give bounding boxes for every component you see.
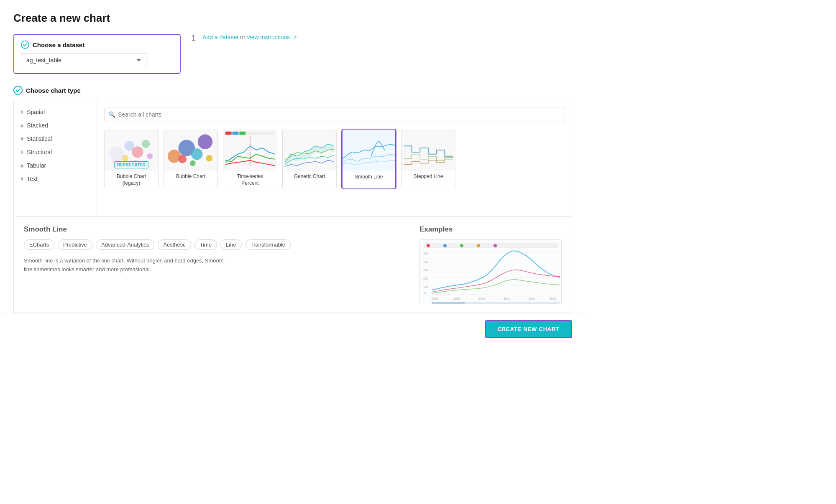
- chart-card-label-bubble-legacy: Bubble Chart(legacy): [105, 171, 158, 189]
- tag-transformable[interactable]: Transformable: [245, 239, 291, 250]
- sidebar-item-spatial[interactable]: # Spatial: [14, 105, 97, 119]
- sidebar-label-spatial: Spatial: [27, 109, 45, 115]
- svg-point-18: [190, 160, 196, 166]
- sidebar-label-statistical: Statistical: [27, 135, 52, 142]
- chart-thumbnail-bubble-legacy: DEPRECATED DEPRECATED: [105, 129, 158, 171]
- example-chart: 500 400 300 200 100 0: [419, 239, 562, 304]
- page-footer: CREATE NEW CHART: [0, 313, 585, 345]
- sidebar-label-stacked: Stacked: [27, 122, 48, 129]
- hash-icon: #: [20, 136, 23, 142]
- svg-point-8: [147, 153, 153, 159]
- svg-point-17: [206, 155, 212, 162]
- view-instructions-text: view instructions: [247, 34, 290, 41]
- dataset-select[interactable]: ag_test_table: [21, 53, 146, 67]
- dataset-row: ag_test_table: [21, 53, 173, 67]
- svg-text:400: 400: [423, 260, 428, 263]
- svg-text:200: 200: [423, 277, 428, 280]
- or-text: or: [240, 34, 247, 41]
- step1-number: 1: [192, 34, 196, 43]
- svg-point-16: [198, 135, 212, 149]
- sidebar-item-statistical[interactable]: # Statistical: [14, 132, 97, 145]
- step2-check-icon: [13, 86, 23, 95]
- chart-card-label-timeseries: Time-seriesPercent: [223, 171, 277, 189]
- view-instructions-link[interactable]: view instructions ↗: [247, 34, 297, 41]
- tag-echarts[interactable]: ECharts: [24, 239, 54, 250]
- svg-point-33: [460, 244, 463, 247]
- chart-info: Smooth Line ECharts Predictive Advanced-…: [24, 225, 403, 304]
- svg-text:300: 300: [423, 269, 428, 272]
- sidebar-item-tabular[interactable]: # Tabular: [14, 159, 97, 172]
- hash-icon: #: [20, 176, 23, 182]
- step1-box: Choose a dataset ag_test_table: [13, 34, 181, 74]
- svg-point-6: [132, 146, 143, 158]
- svg-rect-21: [225, 132, 232, 135]
- tag-advanced-analytics[interactable]: Advanced-Analytics: [96, 239, 154, 250]
- add-dataset-link[interactable]: Add a dataset: [202, 34, 238, 41]
- chart-card-stepped-line[interactable]: Stepped Line: [401, 129, 455, 189]
- create-new-chart-button[interactable]: CREATE NEW CHART: [485, 320, 572, 338]
- page-title: Create a new chart: [13, 12, 572, 25]
- chart-card-generic[interactable]: Generic Chart: [282, 129, 337, 189]
- external-link-icon: ↗: [293, 35, 297, 41]
- chart-card-smooth-line[interactable]: Smooth Line: [342, 129, 396, 189]
- svg-text:100: 100: [423, 285, 428, 288]
- step1-row: Choose a dataset ag_test_table 1 Add a d…: [13, 34, 572, 76]
- svg-point-14: [178, 155, 187, 163]
- search-icon: 🔍: [108, 111, 115, 118]
- svg-point-7: [142, 140, 150, 148]
- chart-search-input[interactable]: [104, 107, 565, 122]
- svg-text:0: 0: [424, 292, 426, 295]
- chart-grid: DEPRECATED DEPRECATED Bubble Chart(legac…: [104, 129, 565, 189]
- chart-card-bubble[interactable]: Bubble Chart: [164, 129, 218, 189]
- tags-container: ECharts Predictive Advanced-Analytics Ae…: [24, 239, 403, 250]
- svg-point-15: [191, 148, 203, 160]
- svg-point-5: [122, 155, 128, 162]
- chart-card-label-smooth-line: Smooth Line: [343, 171, 395, 183]
- chart-sidebar: # Spatial # Stacked # Statistical # Stru…: [14, 100, 97, 216]
- tag-line[interactable]: Line: [220, 239, 242, 250]
- step2-header: Choose chart type: [13, 86, 572, 95]
- sidebar-item-structural[interactable]: # Structural: [14, 145, 97, 159]
- svg-point-32: [443, 244, 447, 247]
- deprecated-badge: DEPRECATED: [114, 161, 148, 168]
- examples-title: Examples: [419, 225, 562, 234]
- hash-icon: #: [20, 109, 23, 115]
- hash-icon: #: [20, 163, 23, 169]
- step1-header: Choose a dataset: [21, 41, 173, 49]
- hash-icon: #: [20, 122, 23, 129]
- chart-card-label-stepped-line: Stepped Line: [401, 171, 455, 183]
- sidebar-item-text[interactable]: # Text: [14, 172, 97, 186]
- chart-thumbnail-stepped-line: [401, 129, 455, 171]
- hash-icon: #: [20, 149, 23, 155]
- svg-point-31: [427, 244, 430, 247]
- sidebar-label-tabular: Tabular: [27, 162, 46, 169]
- choose-chart-layout: # Spatial # Stacked # Statistical # Stru…: [13, 100, 572, 217]
- svg-text:2023: 2023: [550, 297, 556, 300]
- dataset-links: Add a dataset or view instructions ↗: [202, 34, 297, 41]
- chart-card-label-bubble: Bubble Chart: [164, 171, 217, 183]
- chart-thumbnail-smooth-line: [343, 130, 395, 171]
- sidebar-label-text: Text: [27, 176, 38, 182]
- step2-section: Choose chart type # Spatial # Stacked # …: [13, 86, 572, 313]
- svg-text:2022: 2022: [529, 297, 535, 300]
- svg-point-34: [477, 244, 480, 247]
- chart-card-bubble-legacy[interactable]: DEPRECATED DEPRECATED Bubble Chart(legac…: [104, 129, 159, 189]
- chart-card-label-generic: Generic Chart: [283, 171, 336, 183]
- chart-description: Smooth-line is a variation of the line c…: [24, 257, 233, 274]
- chart-main: 🔍: [97, 100, 572, 216]
- svg-text:2021: 2021: [504, 297, 510, 300]
- chart-card-timeseries[interactable]: Time-seriesPercent: [223, 129, 277, 189]
- svg-rect-55: [432, 302, 465, 304]
- page-container: Create a new chart Choose a dataset ag_t…: [0, 0, 585, 313]
- svg-rect-23: [239, 132, 245, 135]
- svg-text:2019: 2019: [453, 297, 460, 300]
- tag-aesthetic[interactable]: Aesthetic: [158, 239, 191, 250]
- chart-thumbnail-generic: [283, 129, 336, 171]
- tag-predictive[interactable]: Predictive: [58, 239, 92, 250]
- svg-point-1: [14, 86, 22, 94]
- sidebar-item-stacked[interactable]: # Stacked: [14, 119, 97, 132]
- examples-section: Examples 500 400 300: [419, 225, 562, 304]
- tag-time[interactable]: Time: [194, 239, 217, 250]
- bottom-section: Smooth Line ECharts Predictive Advanced-…: [13, 217, 572, 313]
- step2-title: Choose chart type: [26, 87, 81, 94]
